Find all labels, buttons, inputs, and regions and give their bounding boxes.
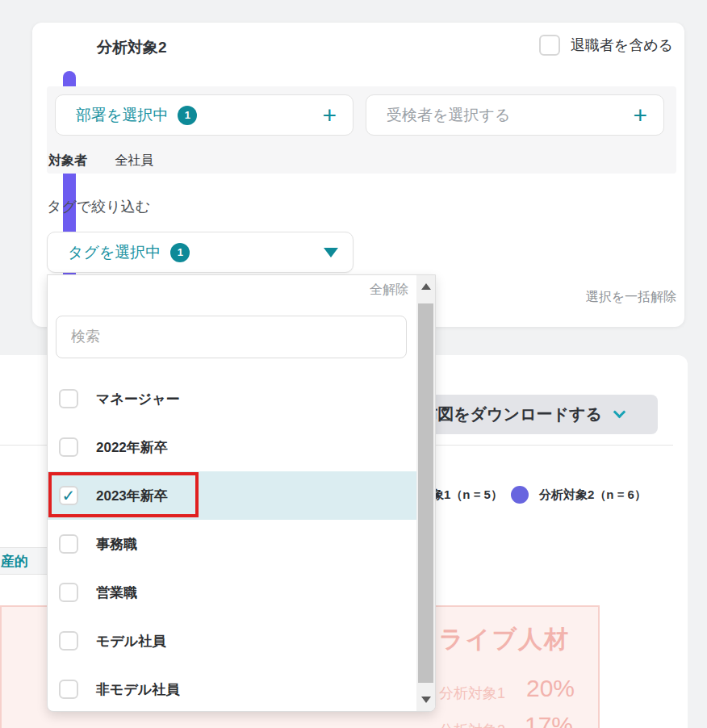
- tag-option-label: 非モデル社員: [96, 680, 179, 699]
- include-retirees-control[interactable]: 退職者を含める: [539, 35, 673, 56]
- department-select-label: 部署を選択中: [76, 105, 168, 126]
- quadrant-row-label: 分析対象1: [439, 684, 505, 703]
- card-title: 分析対象2: [97, 37, 167, 58]
- checkbox-checked-icon[interactable]: ✓: [59, 486, 78, 505]
- legend-dot-target2: [511, 486, 529, 504]
- scrollbar[interactable]: [416, 275, 435, 711]
- tag-dropdown-panel: 全解除 ✓ マネージャー ✓ 2022年新卒 ✓ 2023年新卒 ✓ 事務職 ✓…: [47, 274, 436, 712]
- tag-option-jimu[interactable]: ✓ 事務職: [48, 520, 418, 568]
- legend-item-target2: 分析対象2（n = 6）: [511, 486, 646, 504]
- caret-down-icon: [324, 248, 338, 257]
- scroll-up-arrow-icon[interactable]: [416, 277, 435, 296]
- checkbox-icon[interactable]: ✓: [59, 631, 78, 651]
- plus-icon: +: [633, 103, 647, 128]
- quadrant-row-value: 17%: [525, 712, 573, 728]
- tag-list: ✓ マネージャー ✓ 2022年新卒 ✓ 2023年新卒 ✓ 事務職 ✓ 営業職…: [48, 374, 418, 713]
- include-retirees-label: 退職者を含める: [571, 36, 673, 55]
- tag-option-eigyo[interactable]: ✓ 営業職: [48, 568, 418, 617]
- checkbox-icon[interactable]: ✓: [59, 437, 78, 457]
- tag-filter-label: タグで絞り込む: [47, 197, 150, 216]
- screen: 散布図をダウンロードする 分析対象1（n = 5） 分析対象2（n = 6） 産…: [0, 0, 707, 728]
- legend-label-target2: 分析対象2（n = 6）: [539, 487, 646, 503]
- examinee-select-button[interactable]: 受検者を選択する +: [366, 94, 664, 136]
- include-retirees-checkbox[interactable]: [539, 35, 560, 56]
- chevron-down-icon: [613, 406, 626, 419]
- target-row: 対象者 全社員: [48, 153, 153, 169]
- checkbox-icon[interactable]: ✓: [59, 583, 78, 602]
- deselect-all-link[interactable]: 全解除: [370, 282, 408, 299]
- tag-select-label: タグを選択中: [68, 242, 161, 263]
- quadrant-row-label: 分析対象2: [439, 721, 505, 728]
- tag-select-dropdown-button[interactable]: タグを選択中 1: [47, 232, 354, 273]
- checkbox-icon[interactable]: ✓: [59, 389, 78, 408]
- target-value: 全社員: [115, 153, 153, 167]
- target-key: 対象者: [48, 153, 87, 167]
- tag-option-label: 事務職: [96, 535, 137, 554]
- tag-option-2022[interactable]: ✓ 2022年新卒: [48, 423, 418, 471]
- tag-option-label: 2022年新卒: [96, 438, 168, 457]
- selector-section: 部署を選択中 1 + 受検者を選択する + 対象者 全社員: [47, 86, 676, 174]
- checkbox-icon[interactable]: ✓: [59, 534, 78, 554]
- tag-option-nonmodel[interactable]: ✓ 非モデル社員: [48, 665, 418, 713]
- tag-option-manager[interactable]: ✓ マネージャー: [48, 374, 418, 423]
- tag-count-badge: 1: [170, 243, 190, 262]
- quadrant-row-value: 20%: [526, 675, 575, 702]
- tag-option-label: 2023年新卒: [96, 487, 168, 505]
- tag-option-2023[interactable]: ✓ 2023年新卒: [48, 471, 418, 520]
- checkbox-icon[interactable]: ✓: [59, 680, 78, 699]
- scrollbar-thumb[interactable]: [418, 303, 433, 683]
- scroll-down-arrow-icon[interactable]: [416, 690, 435, 709]
- department-select-button[interactable]: 部署を選択中 1 +: [55, 94, 354, 136]
- quadrant-title: ライブ人材: [439, 623, 570, 656]
- tag-option-label: マネージャー: [96, 390, 180, 408]
- tag-option-label: モデル社員: [96, 632, 165, 651]
- tag-option-label: 営業職: [96, 584, 137, 602]
- plus-icon: +: [322, 103, 337, 128]
- examinee-select-placeholder: 受検者を選択する: [387, 105, 510, 126]
- bulk-deselect-link[interactable]: 選択を一括解除: [586, 289, 676, 306]
- axis-tab-label[interactable]: 産的: [0, 552, 28, 571]
- department-count-badge: 1: [178, 106, 197, 125]
- tag-search-input[interactable]: [56, 316, 407, 358]
- tag-option-model[interactable]: ✓ モデル社員: [48, 617, 418, 665]
